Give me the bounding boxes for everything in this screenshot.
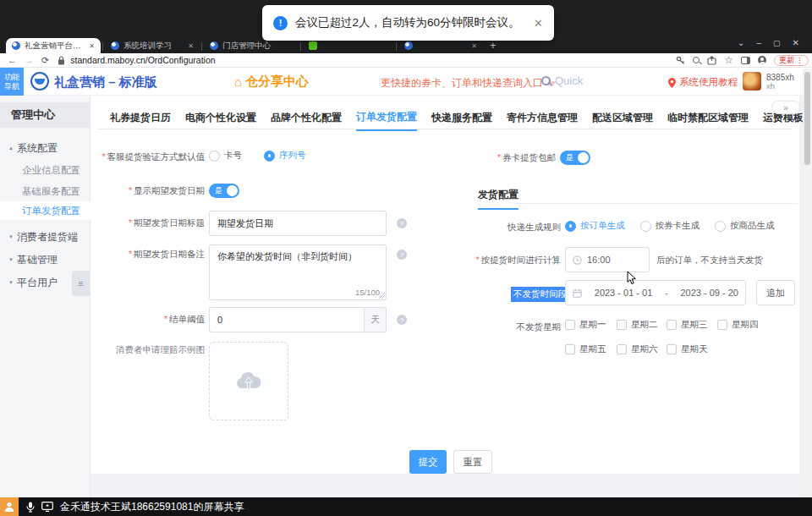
- mouse-cursor: [627, 271, 637, 285]
- function-nav-button[interactable]: 功能 导航: [0, 68, 24, 96]
- radio-serial-number[interactable]: [264, 151, 275, 162]
- weekday-checkbox-wednesday[interactable]: 星期三: [667, 319, 708, 331]
- chrome-update-button[interactable]: 更新 ⋮: [774, 55, 809, 66]
- sidebar-group-basic-mgmt[interactable]: ▼ 基础管理: [0, 250, 91, 269]
- weekday-checkbox-monday[interactable]: 星期一: [565, 319, 606, 331]
- info-icon: !: [273, 16, 288, 30]
- clock-icon: [573, 255, 582, 265]
- tab-express-service[interactable]: 快递服务配置: [431, 111, 492, 130]
- lock-icon: [58, 56, 65, 65]
- browser-tab-active[interactable]: 礼盒营销平台管理中心 ✕: [6, 38, 101, 53]
- window-minimize-button[interactable]: –: [756, 38, 761, 47]
- close-threshold-label: *结单阈值: [95, 314, 205, 326]
- sidebar-group-consumer[interactable]: ▼ 消费者提货端: [0, 228, 91, 246]
- expected-title-input[interactable]: [209, 211, 387, 236]
- scrollbar-thumb[interactable]: [804, 72, 810, 165]
- submit-button[interactable]: 提交: [409, 450, 447, 474]
- side-panel-icon[interactable]: [741, 57, 750, 64]
- weekday-checkbox-thursday[interactable]: 星期四: [717, 319, 759, 331]
- resize-grip[interactable]: [379, 293, 385, 299]
- no-ship-period-daterange[interactable]: 2023 - 01 - 01 - 2023 - 09 - 20: [565, 280, 746, 305]
- new-tab-button[interactable]: +: [490, 39, 497, 52]
- tab-order-shipping-config[interactable]: 订单发货配置: [356, 110, 417, 131]
- weekday-checkbox-sunday[interactable]: 星期天: [667, 343, 708, 355]
- window-maximize-button[interactable]: ▢: [773, 39, 781, 47]
- sidebar-drawer-handle[interactable]: ≡: [72, 271, 90, 296]
- content-tabs: 礼券提货日历 电商个性化设置 品牌个性化配置 订单发货配置 快递服务配置 寄件方…: [110, 107, 812, 129]
- sidebar-group-system-config[interactable]: ▲ 系统配置: [0, 139, 91, 157]
- profile-icon[interactable]: [758, 56, 766, 64]
- window-close-button[interactable]: ✕: [792, 38, 798, 47]
- radio-by-order[interactable]: [565, 221, 576, 232]
- site-favicon: [111, 41, 119, 50]
- site-favicon: [12, 41, 20, 50]
- tab-delivery-area[interactable]: 配送区域管理: [592, 111, 653, 130]
- express-rule-radio-group: 按订单生成 按券卡生成 按商品生成: [565, 220, 775, 232]
- tab-brand-custom[interactable]: 品牌个性化配置: [271, 111, 342, 130]
- hamburger-icon: ≡: [78, 278, 83, 288]
- close-threshold-input[interactable]: [209, 307, 365, 332]
- append-button[interactable]: 追加: [756, 280, 795, 305]
- pickup-time-input[interactable]: 16:00: [565, 247, 650, 272]
- radio-by-product[interactable]: [715, 221, 726, 232]
- weekday-checkbox-friday[interactable]: 星期五: [565, 343, 606, 355]
- reset-button[interactable]: 重置: [453, 450, 492, 474]
- sidebar: 管理中心 ▲ 系统配置 企业信息配置 基础服务配置 订单发货配置 ▼ 消费者提货…: [0, 96, 91, 497]
- browser-tab-label: 系统培训学习: [123, 41, 184, 52]
- url-text[interactable]: standard.maboy.cn/OrdConfiguration: [70, 55, 215, 65]
- tab-sender-info[interactable]: 寄件方信息管理: [507, 111, 578, 130]
- scrollbar[interactable]: [803, 69, 812, 497]
- tab-ecom-custom[interactable]: 电商个性化设置: [185, 111, 256, 130]
- radio-card-number[interactable]: [209, 151, 220, 162]
- show-expected-date-toggle[interactable]: 是: [209, 184, 239, 198]
- help-icon[interactable]: ?: [397, 218, 407, 228]
- show-expected-date-label: *显示期望发货日期: [95, 185, 205, 197]
- expected-title-label: *期望发货日期标题: [95, 217, 205, 229]
- meeting-toast: ! 会议已超过2人，自动转为60分钟限时会议。 ✕: [262, 5, 554, 41]
- tab-close-icon[interactable]: ✕: [188, 42, 194, 50]
- claim-example-upload[interactable]: [209, 342, 288, 420]
- zoom-icon[interactable]: [693, 57, 700, 63]
- double-chevron-icon: »: [783, 103, 788, 113]
- tab-close-icon[interactable]: ✕: [89, 42, 95, 50]
- warehouse-icon: ⌂: [234, 74, 242, 89]
- free-shipping-label: *券卡提货包邮: [461, 152, 556, 164]
- password-key-icon[interactable]: [676, 56, 685, 65]
- weekday-checkbox-tuesday[interactable]: 星期二: [617, 319, 658, 331]
- free-shipping-toggle[interactable]: 是: [560, 151, 590, 165]
- help-icon[interactable]: ?: [397, 315, 407, 325]
- more-vert-icon: ⋮: [796, 56, 804, 64]
- sidebar-title: 管理中心: [0, 102, 91, 128]
- tutorial-link[interactable]: 系统使用教程: [668, 76, 738, 89]
- screen: 礼盒营销平台管理中心 ✕ 系统培训学习 ✕ 门店管理中心 ✕: [0, 0, 812, 516]
- tab-close-icon[interactable]: ✕: [471, 42, 477, 50]
- sidebar-item-order-shipping[interactable]: 订单发货配置: [0, 201, 91, 220]
- toast-close-icon[interactable]: ✕: [534, 17, 543, 30]
- bookmark-star-icon[interactable]: ☆: [724, 55, 733, 65]
- tab-temp-ban-area[interactable]: 临时禁配区域管理: [667, 111, 749, 130]
- sidebar-item-basic-service[interactable]: 基础服务配置: [0, 182, 91, 200]
- person-icon: [3, 501, 15, 513]
- forward-icon[interactable]: →: [25, 56, 34, 65]
- browser-tab[interactable]: 系统培训学习 ✕: [105, 38, 200, 53]
- pickup-time-label: *按提货时间进行计算: [469, 255, 561, 266]
- share-bar-text: 金禾通技术王斌18662591081的屏幕共享: [60, 500, 244, 514]
- user-avatar[interactable]: [743, 72, 761, 91]
- share-center-link[interactable]: ⌂ 仓分享中心: [234, 74, 309, 90]
- char-counter: 15/100: [355, 288, 380, 297]
- tab-gift-calendar[interactable]: 礼券提货日历: [110, 111, 171, 130]
- browser-toolbar: ← → ⟳ standard.maboy.cn/OrdConfiguration…: [0, 53, 812, 68]
- back-icon[interactable]: ←: [8, 56, 17, 65]
- sharer-avatar: [0, 497, 19, 516]
- reload-icon[interactable]: ⟳: [41, 56, 49, 65]
- share-icon[interactable]: [707, 56, 716, 65]
- sidebar-item-enterprise-info[interactable]: 企业信息配置: [0, 161, 91, 179]
- no-ship-week-label: 不发货星期: [469, 321, 561, 333]
- help-icon[interactable]: ?: [397, 250, 407, 260]
- tab-search-icon[interactable]: ⌄: [738, 38, 744, 47]
- quick-search[interactable]: Quick: [541, 74, 583, 87]
- collapse-panel-button[interactable]: »: [771, 101, 800, 114]
- quick-entry-link[interactable]: 更快捷的券卡、订单和快递查询入口 ☞: [381, 76, 557, 91]
- radio-by-card[interactable]: [640, 221, 651, 232]
- weekday-checkbox-saturday[interactable]: 星期六: [617, 343, 658, 355]
